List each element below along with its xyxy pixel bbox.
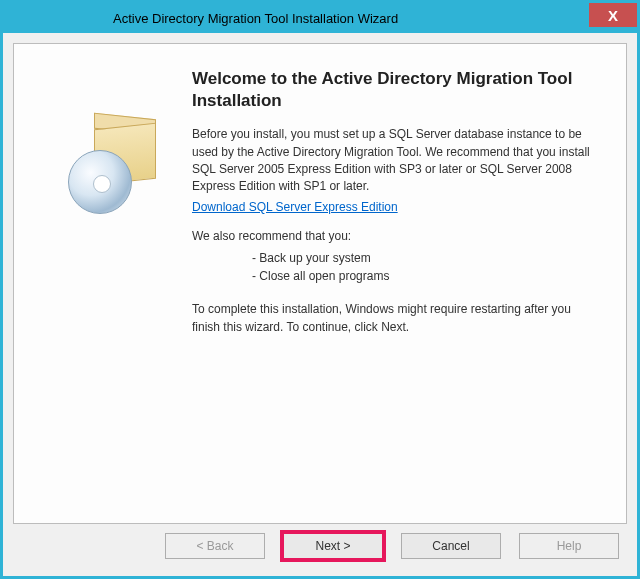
recommend-item-close-programs: - Close all open programs	[252, 267, 602, 285]
help-button: Help	[519, 533, 619, 559]
disc-shape	[68, 150, 132, 214]
recommend-list: - Back up your system - Close all open p…	[252, 249, 602, 285]
cancel-button[interactable]: Cancel	[401, 533, 501, 559]
back-button: < Back	[165, 533, 265, 559]
next-button[interactable]: Next >	[283, 533, 383, 559]
recommend-intro: We also recommend that you:	[192, 228, 602, 245]
installer-icon	[62, 122, 162, 212]
close-icon: X	[608, 7, 618, 24]
graphic-column	[32, 62, 192, 505]
intro-text: Before you install, you must set up a SQ…	[192, 126, 602, 196]
window-title: Active Directory Migration Tool Installa…	[3, 11, 398, 26]
page-heading: Welcome to the Active Directory Migratio…	[192, 68, 602, 112]
close-button[interactable]: X	[589, 3, 637, 27]
content-panel: Welcome to the Active Directory Migratio…	[13, 43, 627, 524]
outro-text: To complete this installation, Windows m…	[192, 301, 602, 336]
button-row: < Back Next > Cancel Help	[13, 524, 627, 568]
download-sql-link[interactable]: Download SQL Server Express Edition	[192, 200, 398, 214]
client-area: Welcome to the Active Directory Migratio…	[3, 33, 637, 576]
installer-window: Active Directory Migration Tool Installa…	[0, 0, 640, 579]
text-column: Welcome to the Active Directory Migratio…	[192, 62, 602, 505]
title-bar: Active Directory Migration Tool Installa…	[3, 3, 637, 33]
recommend-item-backup: - Back up your system	[252, 249, 602, 267]
